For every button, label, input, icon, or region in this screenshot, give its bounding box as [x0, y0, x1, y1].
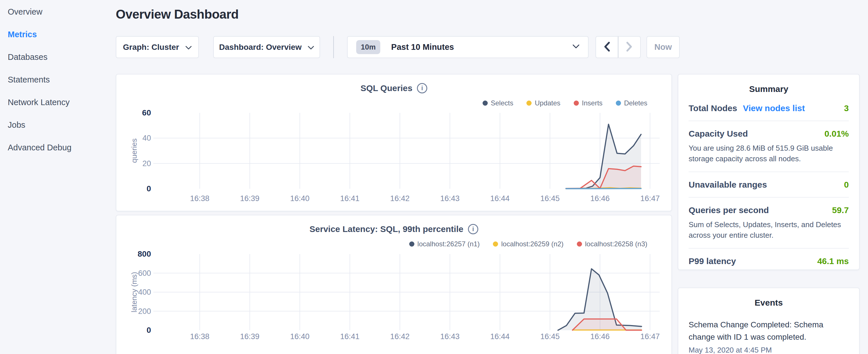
- event-list-item[interactable]: Schema Change Completed: Schema change w…: [678, 319, 859, 354]
- chevron-left-icon: [603, 41, 610, 53]
- svg-text:16:46: 16:46: [590, 194, 610, 203]
- now-button[interactable]: Now: [647, 36, 680, 58]
- summary-row-label: Total Nodes: [689, 103, 737, 113]
- svg-text:800: 800: [137, 250, 151, 258]
- svg-text:16:40: 16:40: [290, 332, 309, 341]
- chevron-right-icon: [626, 41, 633, 53]
- time-step-forward-button[interactable]: [618, 37, 640, 58]
- summary-row-unavailable-ranges: Unavailable ranges 0: [689, 172, 849, 198]
- svg-text:16:46: 16:46: [590, 332, 610, 341]
- svg-text:16:45: 16:45: [540, 332, 560, 341]
- service-latency-plot[interactable]: 16:3816:3916:4016:4116:4216:4316:4416:45…: [116, 215, 672, 353]
- time-range-selector[interactable]: 10m Past 10 Minutes: [347, 36, 589, 58]
- time-range-badge: 10m: [356, 40, 380, 54]
- controls-divider: [333, 36, 334, 58]
- summary-row-queries-per-second: Queries per second 59.7 Sum of Selects, …: [689, 198, 849, 249]
- svg-text:16:38: 16:38: [190, 332, 210, 341]
- summary-row-description: Sum of Selects, Updates, Inserts, and De…: [689, 219, 849, 240]
- summary-row-total-nodes: Total Nodes View nodes list 3: [689, 96, 849, 121]
- svg-text:16:47: 16:47: [641, 194, 660, 203]
- time-range-label: Past 10 Minutes: [391, 42, 572, 52]
- sidebar: Overview Metrics Databases Statements Ne…: [0, 0, 116, 354]
- svg-text:0: 0: [147, 326, 151, 334]
- svg-text:16:44: 16:44: [490, 332, 510, 341]
- summary-title: Summary: [678, 84, 859, 94]
- summary-panel: Summary Total Nodes View nodes list 3 Ca…: [678, 74, 860, 270]
- svg-text:40: 40: [143, 134, 151, 142]
- sidebar-item-jobs[interactable]: Jobs: [0, 114, 116, 136]
- svg-text:16:47: 16:47: [641, 332, 660, 341]
- svg-text:queries: queries: [130, 138, 138, 163]
- events-title: Events: [678, 298, 859, 308]
- summary-row-value: 59.7: [832, 205, 849, 215]
- svg-text:16:40: 16:40: [290, 194, 309, 203]
- chevron-down-icon: [572, 44, 580, 50]
- summary-row-label: P99 latency: [689, 256, 736, 266]
- controls-bar: Graph: Cluster Dashboard: Overview 10m P…: [116, 36, 680, 58]
- svg-text:16:41: 16:41: [340, 194, 360, 203]
- svg-text:400: 400: [138, 288, 151, 296]
- svg-text:16:42: 16:42: [390, 332, 410, 341]
- summary-row-description: You are using 28.6 MiB of 515.9 GiB usab…: [689, 143, 849, 164]
- summary-row-value: 0.01%: [825, 129, 849, 139]
- svg-text:16:43: 16:43: [440, 332, 460, 341]
- sidebar-item-databases[interactable]: Databases: [0, 46, 116, 68]
- sidebar-item-network-latency[interactable]: Network Latency: [0, 91, 116, 114]
- graph-dropdown[interactable]: Graph: Cluster: [116, 36, 199, 58]
- svg-text:16:43: 16:43: [440, 194, 460, 203]
- graph-dropdown-label: Graph: Cluster: [123, 43, 179, 52]
- page-title: Overview Dashboard: [116, 7, 239, 22]
- sql-queries-plot[interactable]: 16:3816:3916:4016:4116:4216:4316:4416:45…: [116, 74, 672, 211]
- svg-text:200: 200: [138, 307, 151, 316]
- svg-text:16:39: 16:39: [240, 332, 260, 341]
- summary-row-label: Unavailable ranges: [689, 180, 767, 190]
- summary-row-value: 0: [844, 180, 849, 190]
- sidebar-item-overview[interactable]: Overview: [0, 1, 116, 23]
- svg-text:20: 20: [143, 159, 151, 168]
- svg-text:600: 600: [138, 269, 151, 278]
- event-timestamp: May 13, 2020 at 4:45 PM: [689, 346, 849, 354]
- summary-row-value: 3: [844, 103, 849, 113]
- sidebar-item-statements[interactable]: Statements: [0, 68, 116, 91]
- svg-text:16:45: 16:45: [540, 194, 560, 203]
- time-step-back-button[interactable]: [596, 37, 618, 58]
- svg-text:16:41: 16:41: [340, 332, 360, 341]
- dashboard-dropdown-label: Dashboard: Overview: [219, 43, 302, 52]
- summary-row-capacity-used: Capacity Used 0.01% You are using 28.6 M…: [689, 121, 849, 172]
- chevron-down-icon: [308, 43, 314, 52]
- svg-text:16:39: 16:39: [240, 194, 260, 203]
- svg-text:60: 60: [142, 108, 151, 117]
- service-latency-chart-card: Service Latency: SQL, 99th percentile i …: [116, 215, 672, 354]
- event-text: Schema Change Completed: Schema change w…: [689, 319, 849, 344]
- dashboard-dropdown[interactable]: Dashboard: Overview: [213, 36, 320, 58]
- time-step-buttons: [595, 36, 641, 58]
- svg-text:16:42: 16:42: [390, 194, 410, 203]
- svg-text:0: 0: [147, 184, 151, 193]
- sidebar-item-metrics[interactable]: Metrics: [0, 23, 116, 46]
- sidebar-item-advanced-debug[interactable]: Advanced Debug: [0, 136, 116, 159]
- summary-row-label: Capacity Used: [689, 129, 748, 139]
- summary-row-p99-latency: P99 latency 46.1 ms: [689, 249, 849, 273]
- sql-queries-chart-card: SQL Queries i SelectsUpdatesInsertsDelet…: [116, 74, 672, 212]
- summary-row-label: Queries per second: [689, 205, 769, 215]
- chevron-down-icon: [185, 43, 192, 52]
- summary-row-value: 46.1 ms: [817, 256, 849, 266]
- svg-text:latency (ms): latency (ms): [130, 272, 138, 313]
- svg-text:16:44: 16:44: [490, 194, 510, 203]
- events-panel: Events Schema Change Completed: Schema c…: [678, 288, 860, 354]
- svg-text:16:38: 16:38: [190, 194, 210, 203]
- view-nodes-list-link[interactable]: View nodes list: [743, 103, 805, 113]
